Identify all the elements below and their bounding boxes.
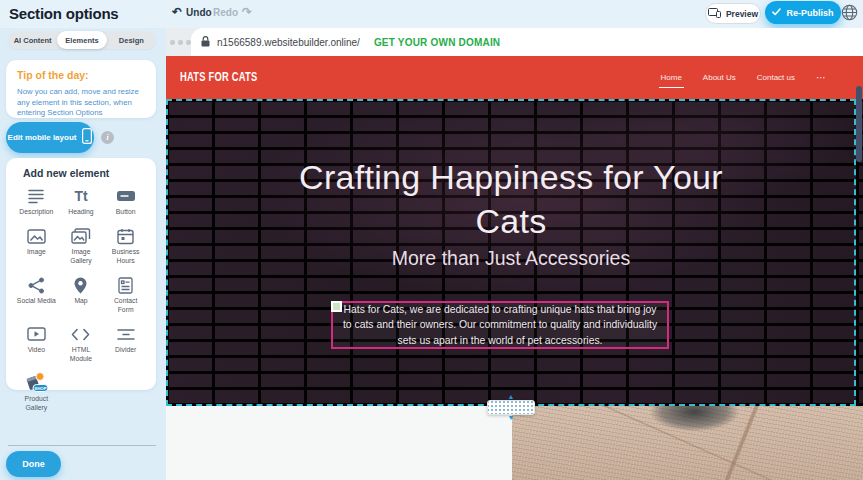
sidebar-divider — [8, 445, 156, 446]
tab-ai-content[interactable]: AI Content — [8, 31, 57, 49]
nav-item-about[interactable]: About Us — [703, 73, 736, 82]
preview-scrollbar[interactable] — [856, 86, 862, 162]
hero-text-element[interactable]: Hats for Cats, we are dedicated to craft… — [331, 301, 669, 349]
next-section-blank[interactable] — [166, 406, 512, 480]
preview-label: Preview — [726, 9, 758, 19]
tab-elements[interactable]: Elements — [57, 31, 106, 49]
element-item-social-media[interactable]: Social Media — [14, 275, 59, 314]
image-icon — [27, 226, 46, 246]
phone-icon — [82, 128, 92, 146]
republish-label: Re-Publish — [786, 8, 833, 18]
next-section-image[interactable] — [512, 406, 863, 480]
edit-mobile-layout-button[interactable]: Edit mobile layout — [6, 122, 94, 153]
window-dots-icon — [170, 40, 191, 45]
preview-pane: n1566589.websitebuilder.online/ GET YOUR… — [166, 28, 863, 480]
site-header[interactable]: HATS FOR CATS Home About Us Contact us ⋯ — [166, 56, 863, 99]
hero-section[interactable]: Crafting Happiness for Your Cats More th… — [166, 99, 863, 406]
hero-heading[interactable]: Crafting Happiness for Your Cats — [166, 155, 856, 243]
tip-of-the-day-card: Tip of the day: Now you can add, move an… — [6, 60, 156, 118]
browser-chrome: n1566589.websitebuilder.online/ GET YOUR… — [166, 28, 863, 56]
shop-badge-text: SHOP — [35, 386, 48, 391]
republish-button[interactable]: Re-Publish — [765, 1, 841, 24]
redo-button[interactable]: Redo ↷ — [213, 6, 252, 18]
check-icon — [772, 8, 781, 18]
element-item-image[interactable]: Image — [14, 226, 59, 265]
redo-label: Redo — [213, 7, 238, 18]
edit-mobile-layout-label: Edit mobile layout — [8, 133, 77, 142]
html-module-icon — [71, 324, 90, 344]
contact-form-icon — [118, 275, 133, 295]
tip-body: Now you can add, move and resize any ele… — [17, 87, 145, 119]
divider-icon — [117, 324, 135, 344]
top-toolbar: Section options ↶ Undo Redo ↷ Preview — [0, 0, 863, 28]
info-icon[interactable]: i — [101, 131, 114, 144]
element-item-html-module[interactable]: HTML Module — [59, 324, 104, 363]
tip-title: Tip of the day: — [17, 69, 89, 81]
video-icon — [27, 324, 46, 344]
address-bar[interactable]: n1566589.websitebuilder.online/ GET YOUR… — [191, 28, 863, 56]
element-item-image-gallery[interactable]: Image Gallery — [59, 226, 104, 265]
website-canvas: HATS FOR CATS Home About Us Contact us ⋯… — [166, 56, 863, 480]
element-item-divider[interactable]: Divider — [103, 324, 148, 363]
map-pin-icon — [74, 275, 87, 295]
social-media-icon — [28, 275, 45, 295]
add-new-element-title: Add new element — [23, 167, 109, 179]
element-item-map[interactable]: Map — [59, 275, 104, 314]
element-drag-handle[interactable] — [331, 301, 342, 312]
page-title: Section options — [9, 5, 119, 22]
undo-icon: ↶ — [172, 6, 182, 18]
site-logo[interactable]: HATS FOR CATS — [180, 69, 257, 84]
resize-grip[interactable] — [487, 400, 535, 415]
heading-icon: Tt — [74, 186, 87, 206]
description-icon — [27, 186, 45, 206]
app-root: Section options ↶ Undo Redo ↷ Preview — [0, 0, 863, 480]
hero-body-text: Hats for Cats, we are dedicated to craft… — [339, 302, 661, 349]
undo-button[interactable]: ↶ Undo — [172, 6, 212, 18]
image-gallery-icon — [71, 226, 91, 246]
add-new-element-card: Add new element Description Tt Heading — [6, 158, 156, 390]
mobile-layout-row: Edit mobile layout i — [6, 121, 114, 153]
element-grid: Description Tt Heading Button — [14, 186, 148, 412]
section-options-sidebar: AI Content Elements Design Tip of the da… — [0, 28, 166, 480]
element-item-description[interactable]: Description — [14, 186, 59, 216]
undo-label: Undo — [186, 7, 212, 18]
element-item-button[interactable]: Button — [103, 186, 148, 216]
lock-icon — [201, 33, 210, 51]
business-hours-icon — [117, 226, 134, 246]
element-item-contact-form[interactable]: Contact Form — [103, 275, 148, 314]
sidebar-tabs: AI Content Elements Design — [8, 31, 156, 49]
tab-design[interactable]: Design — [107, 31, 156, 49]
section-resize-handle[interactable]: ▲ ▼ — [488, 394, 534, 421]
nav-more-icon[interactable]: ⋯ — [816, 72, 827, 83]
product-gallery-icon: SHOP — [23, 373, 49, 393]
element-item-heading[interactable]: Tt Heading — [59, 186, 104, 216]
redo-icon: ↷ — [242, 6, 252, 18]
nav-item-contact[interactable]: Contact us — [757, 73, 795, 82]
language-globe-icon[interactable] — [841, 4, 858, 21]
button-icon — [116, 186, 136, 206]
site-nav: Home About Us Contact us ⋯ — [661, 56, 828, 99]
element-item-business-hours[interactable]: Business Hours — [103, 226, 148, 265]
nav-item-home[interactable]: Home — [661, 73, 682, 82]
done-button[interactable]: Done — [6, 451, 61, 477]
element-item-product-gallery[interactable]: SHOP Product Gallery — [14, 373, 59, 412]
resize-arrow-down-icon: ▼ — [508, 415, 515, 421]
devices-icon — [708, 8, 721, 20]
element-item-video[interactable]: Video — [14, 324, 59, 363]
get-own-domain-link[interactable]: GET YOUR OWN DOMAIN — [374, 37, 500, 48]
preview-button[interactable]: Preview — [705, 3, 761, 24]
hero-subheading[interactable]: More than Just Accessories — [166, 247, 856, 270]
site-url: n1566589.websitebuilder.online/ — [217, 37, 360, 48]
